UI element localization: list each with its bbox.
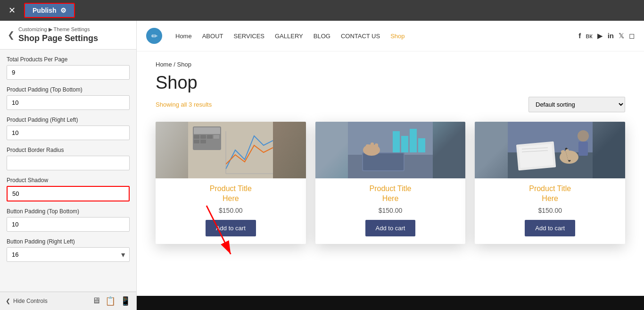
tablet-icon[interactable]: 📋 (105, 296, 116, 306)
shop-title: Shop (156, 73, 625, 93)
product-price-3: $150.00 (538, 207, 562, 214)
twitter-icon[interactable]: 𝕏 (619, 32, 624, 40)
vk-icon[interactable]: вк (586, 32, 593, 40)
black-bar (137, 296, 644, 310)
preview-area: ✏ Home ABOUT SERVICES GALLERY BLOG CONTA… (137, 21, 644, 310)
field-product-padding-tb: Product Padding (Top Bottom) (7, 86, 130, 110)
hide-controls-button[interactable]: ❮ Hide Controls (6, 298, 48, 304)
product-image-3 (475, 122, 625, 178)
svg-rect-4 (194, 127, 220, 134)
field-total-products: Total Products Per Page (7, 56, 130, 80)
nav-item-about[interactable]: ABOUT (202, 32, 223, 40)
svg-rect-9 (194, 140, 199, 143)
nav-social: f вк ▶ in 𝕏 ◻ (578, 32, 635, 40)
nav-links: Home ABOUT SERVICES GALLERY BLOG CONTACT… (175, 32, 565, 40)
add-to-cart-button-2[interactable]: Add to cart (365, 220, 416, 236)
nav-link-blog[interactable]: BLOG (314, 33, 330, 40)
product-image-2 (315, 122, 466, 178)
product-card-2: Product Title Here $150.00 Add to cart (315, 122, 466, 244)
sidebar-content: Total Products Per Page Product Padding … (0, 50, 136, 292)
nav-item-blog[interactable]: BLOG (314, 32, 330, 40)
facebook-icon[interactable]: f (578, 32, 581, 40)
svg-rect-8 (214, 135, 219, 139)
linkedin-icon[interactable]: in (608, 32, 614, 40)
field-label-product-border-radius: Product Border Radius (7, 147, 130, 153)
product-price-2: $150.00 (379, 207, 403, 214)
svg-rect-7 (207, 135, 213, 139)
nav-link-about[interactable]: ABOUT (202, 33, 223, 40)
field-label-total-products: Total Products Per Page (7, 56, 130, 63)
product-title-1: Product Title Here (210, 184, 252, 204)
breadcrumb-home[interactable]: Home (156, 61, 172, 68)
svg-rect-5 (194, 135, 199, 139)
svg-point-35 (578, 130, 589, 142)
publish-label: Publish (33, 7, 57, 14)
breadcrumb-area: Customizing ▶ Theme Settings Shop Page S… (18, 26, 129, 43)
sort-select[interactable]: Default sorting Sort by popularity Sort … (528, 97, 625, 112)
input-button-padding-rl[interactable] (7, 248, 117, 261)
nav-item-home[interactable]: Home (175, 32, 192, 40)
field-button-padding-rl: Button Padding (Right Left) ▼ (7, 238, 130, 262)
product-image-1 (156, 122, 306, 178)
breadcrumb-sep: / (173, 61, 177, 68)
product-card-3: Product Title Here $150.00 Add to cart (475, 122, 625, 244)
nav-link-home[interactable]: Home (175, 33, 192, 40)
input-product-border-radius[interactable] (7, 156, 130, 170)
youtube-icon[interactable]: ▶ (597, 32, 603, 40)
nav-link-shop[interactable]: Shop (390, 33, 405, 40)
nav-item-shop[interactable]: Shop (390, 32, 405, 40)
svg-rect-36 (578, 142, 588, 156)
mobile-icon[interactable]: 📱 (120, 296, 131, 306)
products-grid: Product Title Here $150.00 Add to cart (156, 122, 625, 244)
breadcrumb-shop-link[interactable]: Shop (177, 61, 191, 68)
nav-item-gallery[interactable]: GALLERY (275, 32, 303, 40)
product-image-svg-1 (188, 122, 273, 178)
logo-icon: ✏ (151, 32, 157, 41)
input-product-shadow[interactable] (8, 187, 129, 201)
product-title-3: Product Title Here (529, 184, 571, 204)
product-image-svg-2 (348, 122, 433, 178)
field-product-padding-rl: Product Padding (Right Left) (7, 117, 130, 140)
field-label-product-padding-rl: Product Padding (Right Left) (7, 117, 130, 123)
nav-item-contact[interactable]: CONTACT US (341, 32, 380, 40)
svg-rect-6 (200, 135, 206, 139)
svg-rect-28 (519, 144, 553, 168)
breadcrumb-separator: ▶ (49, 26, 54, 32)
svg-rect-19 (410, 129, 417, 152)
nav-link-contact[interactable]: CONTACT US (341, 33, 380, 40)
close-button[interactable]: ✕ (5, 3, 19, 17)
publish-button[interactable]: Publish ⚙ (24, 3, 75, 18)
add-to-cart-button-1[interactable]: Add to cart (206, 220, 256, 236)
input-product-padding-rl[interactable] (7, 126, 130, 140)
shop-breadcrumb: Home / Shop (156, 61, 625, 68)
top-bar: ✕ Publish ⚙ (0, 0, 644, 21)
sidebar: ❮ Customizing ▶ Theme Settings Shop Page… (0, 21, 137, 310)
site-nav: ✏ Home ABOUT SERVICES GALLERY BLOG CONTA… (137, 21, 644, 51)
product-card-1: Product Title Here $150.00 Add to cart (156, 122, 306, 244)
nav-link-services[interactable]: SERVICES (233, 33, 264, 40)
hide-controls-label: Hide Controls (13, 298, 48, 304)
input-total-products[interactable] (7, 65, 130, 80)
svg-rect-23 (371, 142, 374, 153)
shop-meta: Showing all 3 results Default sorting So… (156, 97, 625, 112)
sidebar-header: ❮ Customizing ▶ Theme Settings Shop Page… (0, 21, 136, 50)
field-label-product-padding-tb: Product Padding (Top Bottom) (7, 86, 130, 93)
main-layout: ❮ Customizing ▶ Theme Settings Shop Page… (0, 21, 644, 310)
desktop-icon[interactable]: 🖥 (92, 296, 100, 306)
field-product-shadow: Product Shadow (7, 177, 130, 201)
page-title: Shop Page Settings (18, 34, 129, 43)
add-to-cart-button-3[interactable]: Add to cart (525, 220, 575, 236)
nav-item-services[interactable]: SERVICES (233, 32, 264, 40)
back-button[interactable]: ❮ (8, 30, 15, 40)
dropdown-arrow-icon[interactable]: ▼ (117, 251, 129, 259)
svg-rect-24 (375, 143, 378, 153)
instagram-icon[interactable]: ◻ (629, 32, 635, 40)
input-button-padding-tb[interactable] (7, 217, 130, 232)
sidebar-bottom: ❮ Hide Controls 🖥 📋 📱 (0, 292, 136, 310)
nav-link-gallery[interactable]: GALLERY (275, 33, 303, 40)
product-price-1: $150.00 (219, 207, 243, 214)
product-title-2: Product Title Here (370, 184, 412, 204)
input-product-padding-tb[interactable] (7, 95, 130, 110)
field-label-button-padding-tb: Button Padding (Top Bottom) (7, 208, 130, 215)
button-padding-rl-wrapper: ▼ (7, 247, 130, 262)
